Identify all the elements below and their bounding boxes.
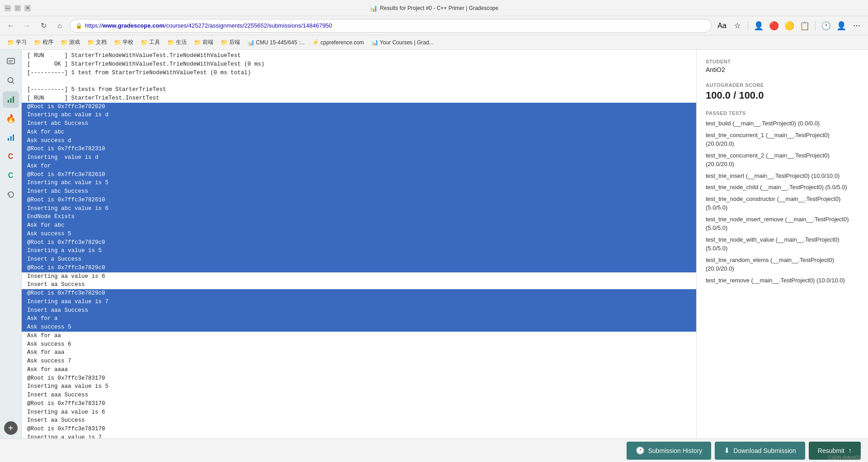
more-button[interactable]: ⋯ — [850, 19, 863, 33]
test-item: test_trie_remove (__main__.TestProject0)… — [706, 275, 859, 286]
minimize-button[interactable]: — — [5, 5, 11, 11]
address-bar[interactable]: 🔒 https://www.gradescope.com/courses/425… — [70, 19, 712, 33]
output-panel: [ RUN ] StarterTrieNodeWithValueTest.Tri… — [22, 50, 696, 438]
passed-tests-section: PASSED TESTS test_build (__main__.TestPr… — [706, 110, 859, 286]
home-button[interactable]: ⌂ — [53, 19, 66, 32]
output-line: Ask for abc — [22, 221, 696, 230]
sidebar-fire-button[interactable]: 🔥 — [3, 110, 19, 127]
output-line: @Root is 0x7ffc3e782310 — [22, 145, 696, 153]
sidebar-charts-button[interactable] — [3, 91, 19, 108]
browser-navbar: ← → ↻ ⌂ 🔒 https://www.gradescope.com/cou… — [0, 16, 868, 35]
bookmark-cmu[interactable]: 📊 CMU 15-445/645 :... — [245, 38, 307, 47]
svg-rect-5 — [8, 100, 9, 103]
sidebar-refresh-button[interactable] — [3, 186, 19, 203]
output-line: Ask success 6 — [22, 340, 696, 349]
bookmark-folder-icon: 📁 — [34, 39, 41, 46]
bookmark-folder-icon: 📁 — [167, 39, 175, 46]
bookmark-qianduan[interactable]: 📁 前端 — [191, 38, 216, 47]
test-item: test_trie_node_with_value (__main__.Test… — [706, 234, 859, 254]
bookmark-folder-icon: 📁 — [221, 39, 228, 46]
download-submission-button[interactable]: ⬇ Download Submission — [715, 442, 805, 460]
svg-rect-8 — [8, 138, 9, 141]
output-line: EndNode Exists — [22, 213, 696, 221]
close-button[interactable]: ✕ — [24, 5, 31, 11]
output-line: Insert a Success — [22, 255, 696, 264]
browser-title: 📊 Results for Project #0 - C++ Primer | … — [41, 5, 827, 12]
bookmark-folder-icon: 📁 — [194, 39, 201, 46]
profile-button[interactable]: 👤 — [752, 19, 765, 33]
bookmark-shenghuo[interactable]: 📁 生活 — [165, 38, 189, 47]
bookmark-chengxu[interactable]: 📁 程序 — [31, 38, 56, 47]
refresh-button[interactable]: ↻ — [37, 19, 50, 32]
bookmark-chart-icon: 📊 — [247, 39, 255, 46]
rewards-button[interactable]: 🟡 — [783, 19, 796, 33]
resubmit-label: Resubmit — [818, 447, 844, 454]
output-line: Insert aaa Success — [22, 391, 696, 400]
resubmit-icon: ↑ — [848, 447, 852, 455]
sidebar-c-button[interactable]: C — [3, 148, 19, 165]
separator — [748, 21, 748, 30]
bookmark-youxi[interactable]: 📁 游戏 — [58, 38, 83, 47]
maximize-button[interactable]: □ — [14, 5, 21, 11]
output-line: [ RUN ] StarterTrieNodeWithValueTest.Tri… — [22, 52, 696, 60]
output-line: @Root is 0x7ffc3e783170 — [22, 400, 696, 408]
output-line: @Root is 0x7ffc3e782020 — [22, 103, 696, 111]
output-scroll[interactable]: [ RUN ] StarterTrieNodeWithValueTest.Tri… — [22, 50, 696, 438]
bookmark-folder-icon: 📁 — [87, 39, 94, 46]
svg-line-4 — [12, 82, 14, 84]
bookmark-xuexi[interactable]: 📁 学习 — [5, 38, 29, 47]
sidebar-notifications-button[interactable] — [3, 53, 19, 70]
collections-button[interactable]: 📋 — [798, 19, 811, 33]
forward-button[interactable]: → — [21, 19, 33, 32]
output-line: Inserting aa value is 6 — [22, 272, 696, 281]
output-line: @Root is 0x7ffc3e782610 — [22, 196, 696, 205]
favorites-button[interactable]: ☆ — [731, 19, 744, 33]
bookmark-gradescope[interactable]: 📊 Your Courses | Grad... — [368, 38, 436, 47]
bookmarks-bar: 📁 学习 📁 程序 📁 游戏 📁 文档 📁 学校 📁 工具 📁 生活 📁 前端 … — [0, 35, 868, 50]
sidebar-add-button[interactable]: + — [4, 421, 18, 435]
output-line: Insert abc Success — [22, 119, 696, 128]
output-line: Inserting aaa value is 7 — [22, 298, 696, 306]
svg-rect-9 — [10, 136, 11, 141]
sidebar-c2-button[interactable]: C — [3, 167, 19, 184]
browser-titlebar: — □ ✕ 📊 Results for Project #0 - C++ Pri… — [0, 0, 868, 16]
bottom-bar: 🕐 Submission History ⬇ Download Submissi… — [0, 438, 868, 462]
output-line: Ask success 7 — [22, 357, 696, 366]
passed-tests-label: PASSED TESTS — [706, 110, 859, 116]
bookmark-houduan[interactable]: 📁 后端 — [218, 38, 243, 47]
output-line: Ask for aaa — [22, 348, 696, 357]
bookmark-wendang[interactable]: 📁 文档 — [85, 38, 109, 47]
bookmark-shenghuo-label: 生活 — [176, 38, 187, 46]
output-line: @Root is 0x7ffc3e7829c0 — [22, 289, 696, 298]
read-mode-button[interactable]: Aa — [715, 19, 729, 33]
bookmark-folder-icon: 📁 — [7, 39, 14, 46]
output-line: Inserting aaa value is 5 — [22, 382, 696, 391]
bookmark-cmu-label: CMU 15-445/645 :... — [256, 39, 305, 46]
output-line: Ask for aa — [22, 332, 696, 340]
test-item: test_trie_node_child (__main__.TestProje… — [706, 181, 859, 193]
download-icon: ⬇ — [724, 446, 730, 455]
browser-sidebar: 🔥 C C + — [0, 50, 22, 438]
output-line: Inserting aa value is 6 — [22, 408, 696, 417]
sidebar-chart2-button[interactable] — [3, 129, 19, 146]
submission-history-button[interactable]: 🕐 Submission History — [627, 442, 712, 460]
bookmark-cppreference[interactable]: ⚡ cppreference.com — [309, 38, 367, 47]
output-line: Ask success 5 — [22, 323, 696, 332]
bookmark-gongju[interactable]: 📁 工具 — [138, 38, 163, 47]
autograder-section: AUTOGRADER SCORE 100.0 / 100.0 — [706, 82, 859, 101]
bookmark-gs-icon: 📊 — [371, 39, 378, 46]
student-name: AntiO2 — [706, 66, 859, 73]
output-line: @Root is 0x7ffc3e782610 — [22, 171, 696, 179]
output-line: @Root is 0x7ffc3e7829c0 — [22, 264, 696, 272]
back-button[interactable]: ← — [5, 19, 17, 32]
submission-history-label: Submission History — [648, 447, 703, 454]
user-avatar-button[interactable]: 👤 — [835, 19, 848, 33]
sidebar-search-button[interactable] — [3, 72, 19, 89]
bookmark-houduan-label: 后端 — [229, 38, 240, 46]
output-line: [ RUN ] StarterTrieTest.InsertTest — [22, 94, 696, 103]
extension-button[interactable]: 🔴 — [767, 19, 781, 33]
history-button[interactable]: 🕐 — [819, 19, 833, 33]
bookmark-xuexiao[interactable]: 📁 学校 — [111, 38, 136, 47]
output-line: Inserting a value is 5 — [22, 247, 696, 255]
gradescope-favicon: 📊 — [370, 5, 377, 12]
